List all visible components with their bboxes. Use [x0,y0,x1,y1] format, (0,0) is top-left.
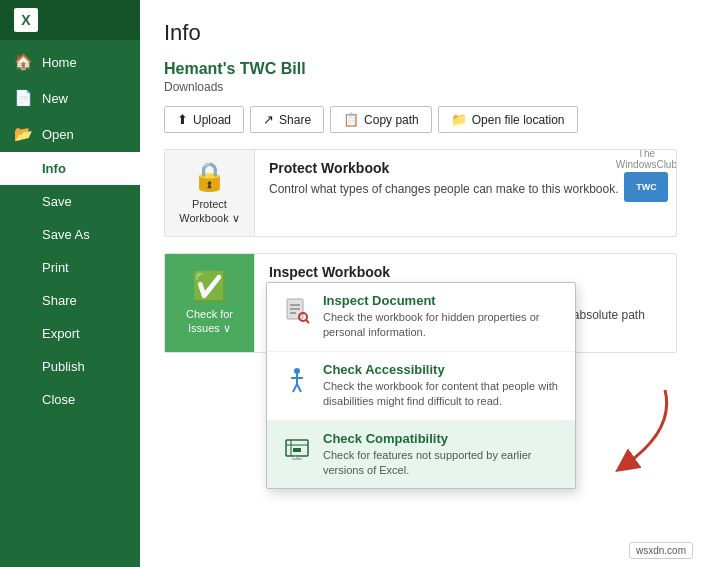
protect-icon: 🔒 [192,160,227,193]
file-name: Hemant's TWC Bill [164,60,677,78]
sidebar-item-info-label: Info [42,161,66,176]
protect-desc: Control what types of changes people can… [269,180,662,198]
sidebar-item-save-label: Save [42,194,72,209]
sidebar-item-open[interactable]: 📂 Open [0,116,140,152]
dropdown-menu: Inspect Document Check the workbook for … [266,282,576,489]
svg-point-6 [294,368,300,374]
open-icon: 📂 [14,125,32,143]
compatibility-text: Check Compatibility Check for features n… [323,431,561,479]
sidebar-item-new-label: New [42,91,68,106]
svg-line-10 [297,384,301,392]
file-path: Downloads [164,80,677,94]
upload-button[interactable]: ⬆ Upload [164,106,244,133]
sidebar-item-export-label: Export [42,326,80,341]
action-buttons: ⬆ Upload ↗ Share 📋 Copy path 📁 Open file… [164,106,677,133]
open-location-button[interactable]: 📁 Open file location [438,106,578,133]
sidebar: X 🏠 Home 📄 New 📂 Open Info Save Save As [0,0,140,567]
dropdown-item-accessibility[interactable]: Check Accessibility Check the workbook f… [267,352,575,421]
red-arrow [585,380,675,483]
main-content: Info Hemant's TWC Bill Downloads ⬆ Uploa… [140,0,701,567]
new-icon: 📄 [14,89,32,107]
protect-content: Protect Workbook Control what types of c… [255,150,676,236]
wsxdn-badge: wsxdn.com [629,542,693,559]
sidebar-item-share-label: Share [42,293,77,308]
inspect-document-icon [281,295,313,327]
sidebar-item-export[interactable]: Export [0,317,140,350]
sidebar-item-home[interactable]: 🏠 Home [0,44,140,80]
sidebar-nav: 🏠 Home 📄 New 📂 Open Info Save Save As Pr… [0,44,140,416]
sidebar-item-print[interactable]: Print [0,251,140,284]
svg-rect-14 [293,448,301,452]
sidebar-item-close[interactable]: Close [0,383,140,416]
sidebar-item-new[interactable]: 📄 New [0,80,140,116]
sidebar-item-close-label: Close [42,392,75,407]
copy-path-icon: 📋 [343,112,359,127]
dropdown-item-inspect[interactable]: Inspect Document Check the workbook for … [267,283,575,352]
home-icon: 🏠 [14,53,32,71]
upload-icon: ⬆ [177,112,188,127]
protect-section: 🔒 ProtectWorkbook ∨ Protect Workbook Con… [164,149,677,237]
svg-line-9 [293,384,297,392]
sidebar-item-publish-label: Publish [42,359,85,374]
sidebar-item-save-as-label: Save As [42,227,90,242]
app-icon: X [14,8,38,32]
sidebar-item-share[interactable]: Share [0,284,140,317]
accessibility-text: Check Accessibility Check the workbook f… [323,362,561,410]
svg-line-5 [306,320,309,323]
open-location-icon: 📁 [451,112,467,127]
protect-icon-box[interactable]: 🔒 ProtectWorkbook ∨ [165,150,255,236]
sidebar-header: X [0,0,140,40]
sidebar-item-print-label: Print [42,260,69,275]
share-btn-icon: ↗ [263,112,274,127]
inspect-icon: ✅ [192,270,227,303]
protect-title: Protect Workbook [269,160,662,176]
inspect-icon-label: Check forIssues ∨ [186,307,233,336]
inspect-title: Inspect Workbook [269,264,662,280]
sidebar-item-publish[interactable]: Publish [0,350,140,383]
sidebar-item-home-label: Home [42,55,77,70]
compatibility-icon [281,433,313,465]
sidebar-item-save[interactable]: Save [0,185,140,218]
copy-path-button[interactable]: 📋 Copy path [330,106,432,133]
page-title: Info [164,20,677,46]
dropdown-item-compatibility[interactable]: Check Compatibility Check for features n… [267,421,575,489]
accessibility-icon [281,364,313,396]
sidebar-item-info[interactable]: Info [0,152,140,185]
inspect-icon-box[interactable]: ✅ Check forIssues ∨ [165,254,255,352]
inspect-document-text: Inspect Document Check the workbook for … [323,293,561,341]
protect-icon-label: ProtectWorkbook ∨ [179,197,239,226]
sidebar-item-save-as[interactable]: Save As [0,218,140,251]
share-button[interactable]: ↗ Share [250,106,324,133]
sidebar-item-open-label: Open [42,127,74,142]
